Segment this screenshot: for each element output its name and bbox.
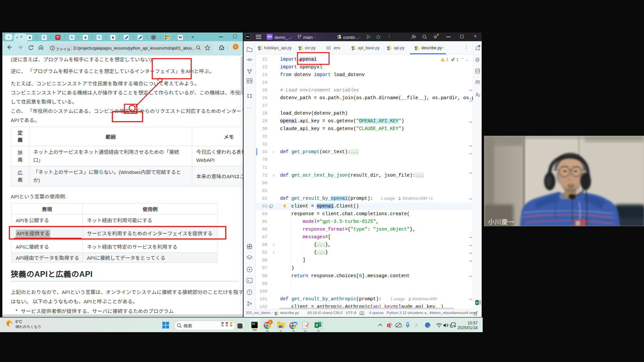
svg-text:X: X [476,301,478,304]
svg-text:1: 1 [388,324,390,327]
svg-text:X: X [316,323,318,327]
